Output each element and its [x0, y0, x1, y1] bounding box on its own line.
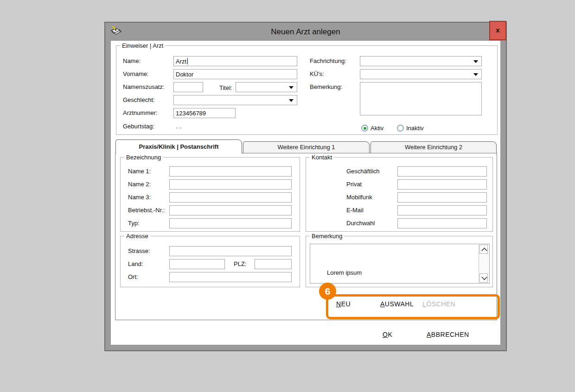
strasse-label: Strasse: — [128, 247, 150, 255]
chevron-up-icon — [481, 247, 487, 253]
titel-combobox[interactable] — [236, 82, 297, 92]
plz-input[interactable] — [255, 259, 292, 269]
einweiser-arzt-group: Einweiser | Arzt Name: Vorname: Namenszu… — [116, 45, 498, 135]
geburtstag-label: Geburtstag: — [123, 123, 154, 130]
name3-input[interactable] — [169, 192, 292, 202]
aktiv-radio-label: Aktiv — [371, 125, 383, 132]
bemerkung-label: Bemerkung: — [310, 83, 342, 91]
vorname-label: Vorname: — [123, 70, 149, 78]
fachrichtung-combobox[interactable] — [360, 56, 482, 66]
tab-praxis-klinik-postanschrift[interactable]: Praxis/Klinik | Postanschrift — [115, 139, 242, 153]
name2-label: Name 2: — [128, 181, 151, 188]
privat-label: Privat — [346, 181, 362, 188]
kus-label: KÜ's: — [310, 70, 324, 78]
typ-input[interactable] — [169, 218, 292, 228]
privat-input[interactable] — [397, 179, 487, 190]
adresse-legend: Adresse — [124, 233, 150, 240]
tab-weitere-einrichtung-2[interactable]: Weitere Einrichtung 2 — [371, 141, 497, 153]
einweiser-arzt-legend: Einweiser | Arzt — [120, 42, 165, 49]
geschlecht-combobox[interactable] — [173, 95, 297, 105]
mobilfunk-input[interactable] — [397, 192, 487, 202]
dialog-content: Einweiser | Arzt Name: Vorname: Namenszu… — [111, 41, 500, 345]
ok-button[interactable]: OK — [383, 331, 392, 338]
loeschen-button[interactable]: LÖSCHEN — [422, 300, 455, 308]
kontakt-legend: Kontakt — [310, 154, 334, 161]
ort-label: Ort: — [128, 273, 138, 281]
bemerkung-textarea[interactable] — [360, 82, 482, 115]
betriebst-nr-input[interactable] — [169, 205, 292, 215]
new-doctor-dialog: Neuen Arzt anlegen x Einweiser | Arzt Na… — [104, 22, 507, 351]
chevron-down-icon — [289, 99, 294, 102]
chevron-down-icon — [473, 60, 478, 63]
neu-button[interactable]: NEU — [336, 300, 351, 308]
email-label: E-Mail — [346, 207, 364, 214]
kontakt-group: Kontakt Geschäftlich Privat Mobilfunk E-… — [306, 157, 493, 232]
durchwahl-label: Durchwahl — [346, 220, 375, 227]
betriebst-nr-label: Betriebst.-Nr.: — [128, 207, 165, 214]
geschaeftlich-input[interactable] — [397, 166, 487, 177]
name2-input[interactable] — [169, 179, 292, 190]
email-input[interactable] — [397, 205, 487, 215]
titel-label: Titel: — [219, 84, 232, 92]
namenszusatz-label: Namenszusatz: — [123, 83, 165, 91]
inaktiv-radio[interactable] — [397, 125, 404, 132]
bemerkung-memo-text: Lorem ipsum — [327, 269, 362, 277]
geburtstag-value[interactable]: . . — [176, 123, 181, 130]
name-input[interactable] — [173, 56, 297, 66]
text-caret — [187, 58, 188, 64]
bezeichnung-group: Bezeichnung Name 1: Name 2: Name 3: Betr… — [120, 157, 300, 232]
dialog-titlebar[interactable]: Neuen Arzt anlegen x — [105, 23, 506, 41]
bemerkung-group: Bemerkung Lorem ipsum — [306, 236, 493, 287]
bezeichnung-legend: Bezeichnung — [124, 154, 163, 161]
tab-weitere-einrichtung-1[interactable]: Weitere Einrichtung 1 — [243, 141, 370, 153]
typ-label: Typ: — [128, 220, 140, 227]
aktiv-radio[interactable] — [361, 125, 368, 132]
scroll-down-button[interactable] — [479, 273, 488, 283]
land-input[interactable] — [169, 259, 225, 269]
geschaeftlich-label: Geschäftlich — [346, 168, 380, 175]
close-button[interactable]: x — [489, 21, 506, 40]
name-label: Name: — [123, 57, 141, 65]
durchwahl-input[interactable] — [397, 218, 487, 228]
bemerkung-panel-legend: Bemerkung — [310, 233, 344, 240]
vertical-scrollbar[interactable] — [479, 245, 489, 283]
auswahl-button[interactable]: AUSWAHL — [380, 300, 414, 308]
namenszusatz-input[interactable] — [173, 82, 203, 92]
chevron-down-icon — [473, 73, 478, 76]
kus-combobox[interactable] — [360, 69, 482, 79]
bemerkung-memo-box[interactable]: Lorem ipsum — [310, 244, 490, 284]
mobilfunk-label: Mobilfunk — [346, 194, 372, 201]
scroll-up-button[interactable] — [479, 245, 488, 254]
chevron-down-icon — [481, 274, 487, 280]
land-label: Land: — [128, 260, 143, 268]
arztnummer-label: Arztnummer: — [123, 109, 157, 117]
plz-label: PLZ: — [234, 260, 246, 268]
ort-input[interactable] — [169, 272, 292, 282]
vorname-input[interactable] — [173, 69, 297, 79]
name3-label: Name 3: — [128, 194, 151, 201]
fachrichtung-label: Fachrichtung: — [310, 57, 346, 65]
name1-label: Name 1: — [128, 168, 151, 175]
inaktiv-radio-label: Inaktiv — [406, 125, 424, 132]
window-title: Neuen Arzt anlegen — [105, 23, 506, 41]
arztnummer-input[interactable] — [173, 108, 236, 118]
geschlecht-label: Geschlecht: — [123, 96, 155, 104]
annotation-step-badge: 6 — [319, 283, 336, 300]
abbrechen-button[interactable]: ABBRECHEN — [427, 331, 469, 338]
strasse-input[interactable] — [169, 246, 292, 256]
adresse-group: Adresse Strasse: Land: PLZ: Ort: — [120, 236, 300, 287]
name1-input[interactable] — [169, 166, 292, 177]
chevron-down-icon — [289, 86, 294, 89]
